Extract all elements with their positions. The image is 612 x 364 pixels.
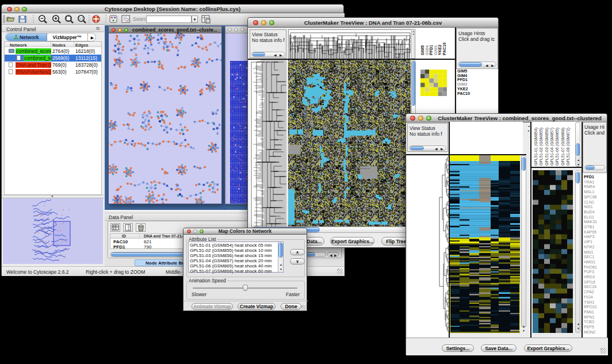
svg-text:1:1: 1:1 (79, 17, 83, 20)
